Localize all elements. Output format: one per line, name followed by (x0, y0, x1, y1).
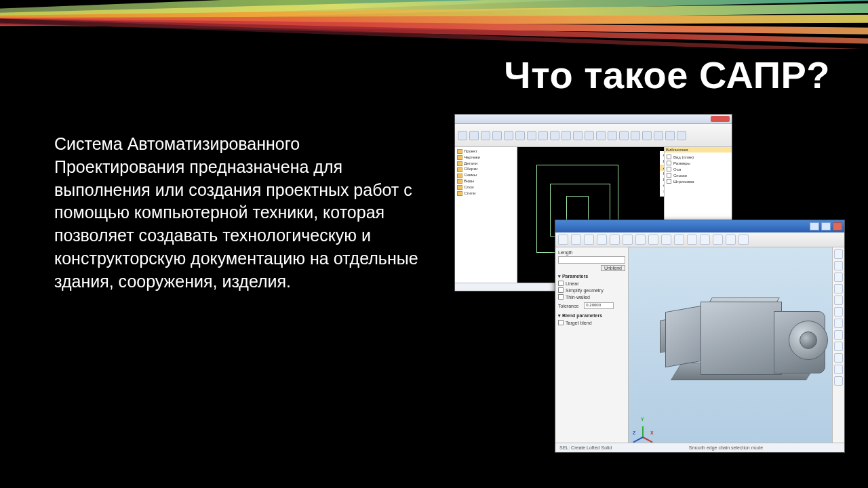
status-bar: SEL: Create Lofted Solid Smooth edge cha… (555, 443, 844, 452)
length-field (558, 256, 625, 264)
status-mid: Smooth edge chain selection mode (612, 445, 840, 450)
axis-triad-icon: Y X Z (633, 418, 653, 439)
project-tree: Проект Чертежи Детали Сборки Схемы Виды … (455, 147, 517, 283)
opt-linear: Linear (566, 281, 578, 286)
opt-target: Target blend (566, 321, 592, 325)
cad-3d-window: Length Unblend ▾ Parameters Linear Simpl… (555, 220, 845, 453)
titlebar (455, 115, 732, 124)
maximize-icon (821, 222, 831, 230)
group-blend: ▾ Blend parameters (558, 313, 625, 319)
titlebar (555, 220, 844, 232)
context-menu: СвойстваКопироватьДиспетчер РазметкаРазм… (660, 151, 664, 197)
status-left: SEL: Create Lofted Solid (559, 445, 612, 450)
group-parameters: ▾ Parameters (558, 274, 625, 279)
opt-simplify: Simplify geometry (566, 288, 604, 293)
side-panel: Length Unblend ▾ Parameters Linear Simpl… (555, 247, 629, 443)
decorative-ribbon (0, 0, 868, 49)
minimize-icon (810, 222, 819, 230)
screenshot-group: Проект Чертежи Детали Сборки Схемы Виды … (454, 114, 848, 460)
close-icon (711, 116, 730, 122)
toolbar (455, 124, 732, 147)
tolerance-label: Tolerance (558, 304, 578, 308)
opt-thinwalled: Thin-walled (566, 295, 590, 300)
slide-body: Система Автоматизированного Проектирован… (54, 133, 420, 293)
right-toolbar (832, 247, 844, 443)
slide-title: Что такое САПР? (504, 53, 830, 97)
slide: Что такое САПР? Система Автоматизированн… (0, 0, 868, 488)
mechanical-part (660, 273, 829, 409)
close-icon (833, 222, 842, 230)
length-label: Length (558, 250, 625, 255)
toolbar (555, 232, 844, 247)
viewport-3d: Y X Z (629, 247, 832, 443)
tolerance-field: 0.20000 (584, 302, 614, 309)
unblend-button: Unblend (601, 265, 625, 271)
